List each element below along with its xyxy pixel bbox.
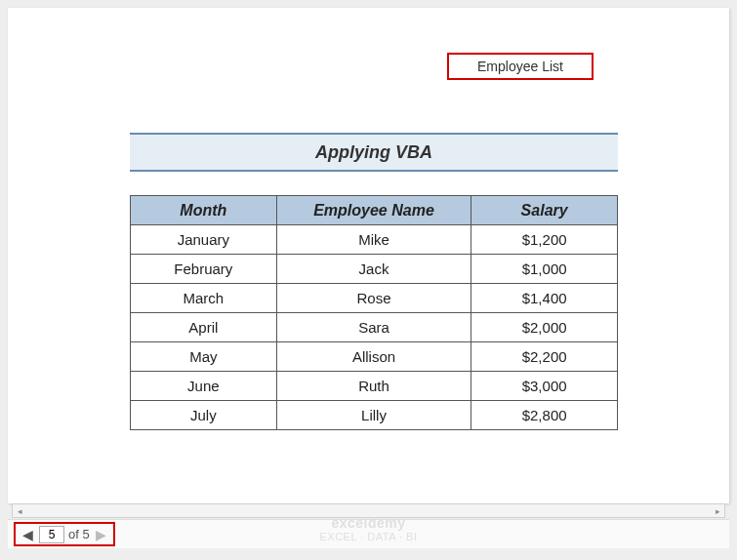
cell-name: Rose <box>276 284 471 313</box>
watermark-sub: EXCEL · DATA · BI <box>8 531 729 542</box>
watermark: exceldemy EXCEL · DATA · BI <box>8 516 729 542</box>
table-row: January Mike $1,200 <box>131 225 618 255</box>
table-row: June Ruth $3,000 <box>131 372 618 401</box>
table-row: February Jack $1,000 <box>131 255 618 284</box>
cell-name: Sara <box>276 313 471 342</box>
table-row: May Allison $2,200 <box>131 342 618 372</box>
cell-month: April <box>131 313 277 342</box>
title-bar: Applying VBA <box>130 133 618 172</box>
cell-salary: $1,000 <box>471 255 618 284</box>
cell-salary: $2,800 <box>471 401 618 430</box>
cell-month: June <box>131 372 277 401</box>
col-header-name: Employee Name <box>276 196 471 225</box>
cell-name: Ruth <box>276 372 471 401</box>
col-header-month: Month <box>131 196 277 225</box>
data-table: Month Employee Name Salary January Mike … <box>130 195 618 430</box>
table-row: July Lilly $2,800 <box>131 401 618 430</box>
cell-name: Allison <box>276 342 471 372</box>
cell-name: Jack <box>276 255 471 284</box>
watermark-main: exceldemy <box>8 516 729 531</box>
col-header-salary: Salary <box>471 196 618 225</box>
page-header-text: Employee List <box>477 59 563 74</box>
cell-salary: $2,000 <box>471 313 618 342</box>
cell-name: Lilly <box>276 401 471 430</box>
cell-month: February <box>131 255 277 284</box>
table-row: March Rose $1,400 <box>131 284 618 313</box>
cell-month: January <box>131 225 277 255</box>
cell-salary: $2,200 <box>471 342 618 372</box>
cell-salary: $1,200 <box>471 225 618 255</box>
cell-month: March <box>131 284 277 313</box>
page-navigation-bar: ◀ of 5 ▶ exceldemy EXCEL · DATA · BI <box>8 519 729 548</box>
print-preview-page: Employee List Applying VBA Month Employe… <box>8 8 729 503</box>
cell-month: May <box>131 342 277 372</box>
cell-name: Mike <box>276 225 471 255</box>
cell-salary: $3,000 <box>471 372 618 401</box>
cell-salary: $1,400 <box>471 284 618 313</box>
title-text: Applying VBA <box>315 142 432 163</box>
table-header-row: Month Employee Name Salary <box>131 196 618 225</box>
page-header-label: Employee List <box>447 53 594 80</box>
content-area: Applying VBA Month Employee Name Salary … <box>130 133 618 430</box>
cell-month: July <box>131 401 277 430</box>
table-row: April Sara $2,000 <box>131 313 618 342</box>
